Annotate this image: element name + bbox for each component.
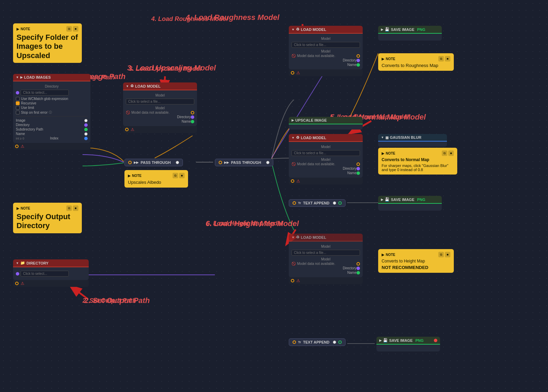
pt2-in-dot[interactable]	[219, 161, 222, 164]
model-not-avail-4: 🚫 Model data not available.	[292, 262, 360, 266]
save-image-3-title: SAVE IMAGE	[389, 338, 413, 343]
pt1-title: PASS THROUGH	[141, 160, 171, 165]
load-model-2-title: LOAD MODEL	[301, 27, 326, 32]
load-model-4-input[interactable]	[292, 250, 360, 256]
lm1-run-btn[interactable]	[125, 128, 129, 131]
lm2-warn: ⚠	[296, 70, 300, 75]
image-output-dot[interactable]	[84, 119, 88, 122]
save-image-3-node: ▶ 💾 SAVE IMAGE PNG	[376, 337, 440, 351]
note-specify-folder-text: Specify Folder of Images to be Upscaled	[17, 33, 78, 60]
uselimit-cb[interactable]	[16, 106, 20, 110]
note-specify-folder: ▶ NOTE ⧉ ■ Specify Folder of Images to b…	[13, 23, 82, 63]
m4-dir-dot[interactable]	[357, 267, 360, 270]
model-not-avail-2: 🚫 Model data not available.	[292, 54, 360, 58]
dir-node-input[interactable]	[21, 271, 69, 277]
pass-through-1: ▶▶ PASS THROUGH	[124, 159, 183, 166]
note-expand-normal[interactable]: ⧉	[442, 150, 447, 156]
note-close-albedo[interactable]: ■	[179, 173, 185, 178]
upscale-image-header: ▶ UPSCALE IMAGE	[289, 117, 363, 124]
stop-help-icon[interactable]: ⓘ	[49, 110, 52, 115]
m1-name-dot[interactable]	[191, 120, 194, 123]
m2-name-dot[interactable]	[357, 63, 360, 67]
note-roughness-text: Converts to Roughness Map	[382, 63, 450, 68]
index-output-dot[interactable]	[84, 137, 88, 140]
pt1-in-dot[interactable]	[128, 161, 132, 164]
pass-through-2: ▶▶ PASS THROUGH	[215, 159, 273, 166]
lm2-run-btn[interactable]	[291, 71, 294, 75]
note-title-albedo: NOTE	[132, 174, 142, 178]
save-image-2-node: ▶ 💾 SAVE IMAGE PNG	[378, 196, 442, 211]
recursive-cb[interactable]: ✓	[16, 101, 20, 105]
directory-node: ▼ 📁 DIRECTORY ⚠	[13, 259, 89, 287]
save3-error-dot	[434, 339, 437, 342]
stoponerror-row: Stop on first error ⓘ	[16, 110, 88, 115]
subdir-output-dot[interactable]	[84, 128, 88, 131]
model3-out-dot[interactable]	[357, 163, 360, 166]
lm3-run-btn[interactable]	[291, 179, 294, 183]
directory-warn: ⚠	[21, 281, 24, 286]
load-model-1-header: ▼ ♻ LOAD MODEL	[123, 82, 197, 90]
recursive-row: ✓ Recursive	[16, 101, 88, 105]
model1-out-dot[interactable]	[191, 111, 194, 114]
ta2-out1-dot[interactable]	[333, 340, 336, 344]
ta1-out2-dot[interactable]	[338, 201, 342, 205]
lm4-warn: ⚠	[296, 278, 300, 283]
note-close-btn-1[interactable]: ■	[73, 26, 78, 32]
note-roughness: ▶ NOTE ⧉ ■ Converts to Roughness Map	[378, 53, 454, 71]
m3-dir-dot[interactable]	[357, 167, 360, 170]
note-expand-btn-2[interactable]: ⧉	[66, 205, 72, 211]
upscale-image-title: UPSCALE IMAGE	[295, 118, 327, 122]
load-model-2-input[interactable]	[292, 42, 360, 48]
ta2-in-dot[interactable]	[293, 340, 296, 344]
load-model-1-title: LOAD MODEL	[135, 84, 161, 88]
wcmatch-cb[interactable]	[16, 97, 20, 101]
note-expand-btn-1[interactable]: ⧉	[66, 26, 72, 32]
stoponerror-cb[interactable]	[16, 111, 20, 114]
note-expand-roughness[interactable]: ⧉	[438, 56, 444, 61]
ta1-out1-dot[interactable]	[333, 201, 336, 205]
pt1-out-dot[interactable]	[176, 161, 179, 164]
m3-name-dot[interactable]	[357, 171, 360, 175]
save-image-2-header: ▶ 💾 SAVE IMAGE PNG	[378, 196, 442, 204]
gaussian-blur-header: ▼ ▦ GAUSSIAN BLUR	[378, 134, 447, 142]
ta2-out2-dot[interactable]	[338, 340, 342, 344]
dir-output-dot[interactable]	[84, 123, 88, 127]
load-model-4-header: ▼ ♻ LOAD MODEL	[289, 234, 363, 242]
load-images-run-btn[interactable]	[15, 145, 19, 148]
note-expand-height[interactable]: ⧉	[438, 252, 444, 257]
m1-dir-dot[interactable]	[191, 115, 194, 119]
note-close-btn-2[interactable]: ■	[73, 205, 78, 211]
load-model-3-node: ▼ ♻ LOAD MODEL Model Model 🚫 Model data …	[289, 134, 363, 184]
directory-footer: ⚠	[13, 280, 89, 287]
name-output-dot[interactable]	[84, 132, 88, 136]
lm4-run-btn[interactable]	[291, 279, 294, 282]
model2-out-dot[interactable]	[357, 54, 360, 58]
gaussian-blur-node: ▼ ▦ GAUSSIAN BLUR	[378, 134, 447, 147]
save-image-1-node: ▶ 💾 SAVE IMAGE PNG	[378, 26, 442, 41]
note-albedo-text: Upscales Albedo	[128, 180, 185, 185]
pt2-out-dot[interactable]	[266, 161, 270, 164]
note-close-normal[interactable]: ■	[448, 150, 454, 156]
m4-name-dot[interactable]	[357, 271, 360, 275]
note-output-dir-text: Specify Output Directory	[17, 212, 78, 231]
note-specify-output: ▶ NOTE ⧉ ■ Specify Output Directory	[13, 203, 82, 233]
note-close-roughness[interactable]: ■	[445, 56, 450, 61]
model-not-avail-3: 🚫 Model data not available.	[292, 162, 360, 166]
load-model-1-input[interactable]	[126, 99, 194, 104]
load-model-3-input[interactable]	[292, 150, 360, 156]
note-title-roughness: NOTE	[386, 57, 395, 61]
directory-header: ▼ 📁 DIRECTORY	[13, 259, 89, 267]
ta1-in-dot[interactable]	[293, 201, 296, 205]
step3-label-text: 3. Load Upscaling Model	[127, 64, 216, 72]
note-close-height[interactable]: ■	[445, 252, 450, 257]
load-images-dir-dot[interactable]	[16, 91, 19, 94]
directory-run-btn[interactable]	[15, 282, 19, 285]
model4-out-dot[interactable]	[357, 262, 360, 266]
m2-dir-dot[interactable]	[357, 59, 360, 62]
load-images-dir-input[interactable]	[21, 90, 69, 96]
load-model-4-title: LOAD MODEL	[301, 235, 326, 239]
directory-label-load: Directory	[16, 85, 88, 88]
save-image-1-header: ▶ 💾 SAVE IMAGE PNG	[378, 26, 442, 34]
dir-node-dot[interactable]	[16, 272, 19, 276]
note-expand-albedo[interactable]: ⧉	[173, 173, 178, 178]
